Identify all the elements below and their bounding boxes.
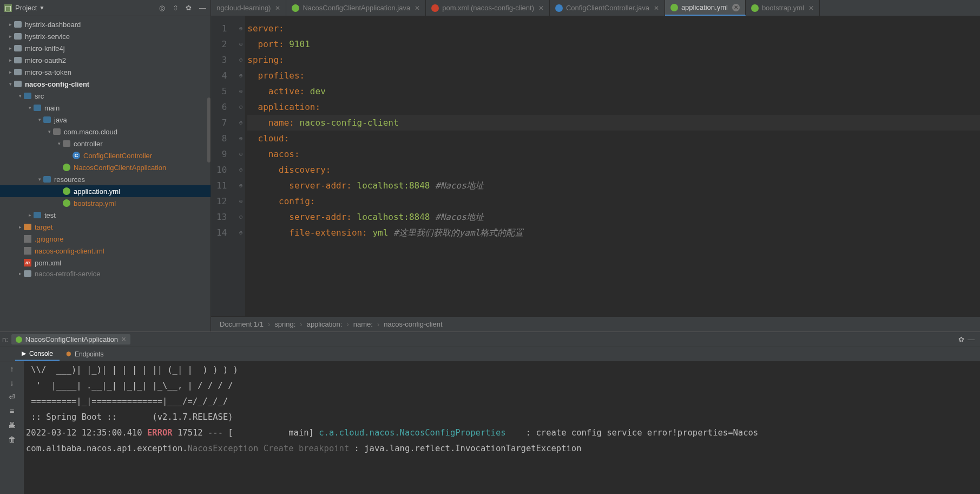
code-line[interactable]: port: 9101 <box>247 36 980 52</box>
close-icon[interactable]: ✕ <box>808 4 814 12</box>
code-line[interactable]: discovery: <box>247 162 980 178</box>
editor-tab[interactable]: pom.xml (nacos-config-client)✕ <box>426 0 550 16</box>
arrow-icon[interactable] <box>6 81 14 87</box>
run-config-chip[interactable]: NacosConfigClientApplication ✕ <box>11 334 130 344</box>
tree-item[interactable]: hystrix-service <box>0 30 211 42</box>
editor-tab[interactable]: bootstrap.yml✕ <box>746 0 820 16</box>
code-line[interactable]: name: nacos-config-client <box>247 115 980 131</box>
tree-item[interactable]: test <box>0 209 211 221</box>
arrow-icon[interactable] <box>36 177 43 182</box>
tree-label: nacos-config-client.iml <box>35 247 104 255</box>
code-line[interactable]: server: <box>247 21 980 36</box>
tree-item[interactable]: hystrix-dashboard <box>0 18 211 30</box>
down-icon[interactable]: ↓ <box>10 379 14 387</box>
tree-item[interactable]: target <box>0 221 211 233</box>
tree-item[interactable]: bootstrap.yml <box>0 197 211 209</box>
tree-item[interactable]: application.yml <box>0 185 211 197</box>
code-line[interactable]: spring: <box>247 52 980 68</box>
code-line[interactable]: nacos: <box>247 146 980 162</box>
editor-tab[interactable]: ConfigClientController.java✕ <box>550 0 665 16</box>
code-editor[interactable]: 1234567891011121314 ⊖⊖⊖⊖⊖⊖⊖⊖⊖⊖⊖⊖⊖⊖ serve… <box>211 16 980 316</box>
folder-icon <box>24 93 31 99</box>
project-tree[interactable]: hystrix-dashboardhystrix-servicemicro-kn… <box>0 16 211 332</box>
breadcrumb-item[interactable]: nacos-config-client <box>384 320 442 328</box>
tree-item[interactable]: resources <box>0 173 211 185</box>
tree-item[interactable]: NacosConfigClientApplication <box>0 161 211 173</box>
close-icon[interactable]: ✕ <box>732 4 740 11</box>
tree-item[interactable]: com.macro.cloud <box>0 126 211 138</box>
arrow-icon[interactable] <box>6 57 14 63</box>
settings-icon[interactable]: ✿ <box>186 4 192 12</box>
arrow-icon[interactable] <box>26 212 34 218</box>
locate-icon[interactable]: ◎ <box>159 4 165 12</box>
tab-endpoints[interactable]: ⬢Endpoints <box>60 347 110 361</box>
arrow-icon[interactable] <box>16 93 24 99</box>
up-icon[interactable]: ↑ <box>10 365 14 373</box>
tree-item[interactable]: java <box>0 114 211 126</box>
tree-item[interactable]: main <box>0 102 211 114</box>
code-line[interactable]: server-addr: localhost:8848 #Nacos地址 <box>247 178 980 193</box>
tree-item[interactable]: .gitignore <box>0 233 211 245</box>
tree-item-cutoff[interactable]: nacos-retrofit-service <box>35 270 100 278</box>
breadcrumb[interactable]: Document 1/1›spring:›application:›name:›… <box>211 316 980 332</box>
arrow-icon[interactable] <box>45 129 53 134</box>
scroll-icon[interactable]: ≡ <box>10 407 14 415</box>
breadcrumb-item[interactable]: Document 1/1 <box>220 320 264 328</box>
scrollbar[interactable] <box>207 98 211 162</box>
code-line[interactable]: profiles: <box>247 68 980 83</box>
file-icon <box>24 247 31 255</box>
close-icon[interactable]: ✕ <box>538 4 544 12</box>
arrow-icon[interactable] <box>26 105 34 110</box>
editor-tab[interactable]: application.yml✕ <box>665 0 746 16</box>
arrow-icon[interactable] <box>6 34 14 39</box>
minimize-icon[interactable]: — <box>968 335 975 343</box>
folder-icon <box>14 69 22 75</box>
code-line[interactable]: application: <box>247 99 980 115</box>
folder-icon <box>34 212 41 218</box>
tree-item[interactable]: mpom.xml <box>0 257 211 269</box>
breadcrumb-item[interactable]: spring: <box>274 320 295 328</box>
minimize-icon[interactable]: — <box>199 4 206 12</box>
tab-console[interactable]: ▶Console <box>15 347 60 361</box>
tree-item[interactable]: controller <box>0 138 211 150</box>
folder-icon <box>24 224 31 230</box>
close-icon[interactable]: ✕ <box>121 336 126 343</box>
close-icon[interactable]: ✕ <box>415 4 420 12</box>
code-line[interactable]: server-addr: localhost:8848 #Nacos地址 <box>247 209 980 225</box>
tree-item[interactable]: nacos-config-client <box>0 78 211 90</box>
expand-icon[interactable]: ⇳ <box>173 4 179 12</box>
trash-icon[interactable]: 🗑 <box>8 435 16 444</box>
tree-item[interactable]: micro-sa-token <box>0 66 211 78</box>
code-area[interactable]: server: port: 9101spring: profiles: acti… <box>245 16 980 316</box>
code-line[interactable]: config: <box>247 193 980 209</box>
arrow-icon[interactable] <box>16 224 24 230</box>
close-icon[interactable]: ✕ <box>654 4 659 12</box>
arrow-icon[interactable] <box>6 69 14 75</box>
breadcrumb-item[interactable]: application: <box>307 320 343 328</box>
project-tool-header[interactable]: Project ▼ ◎ ⇳ ✿ — <box>0 0 211 16</box>
console-output[interactable]: \\/ ___)| |_)| | | | | || (_| | ) ) ) ) … <box>24 361 980 494</box>
soft-wrap-icon[interactable]: ⏎ <box>9 393 15 401</box>
print-icon[interactable]: 🖶 <box>8 421 16 430</box>
arrow-icon[interactable] <box>6 22 14 27</box>
tree-label: main <box>44 104 60 112</box>
code-line[interactable]: cloud: <box>247 131 980 146</box>
editor-tab[interactable]: NacosConfigClientApplication.java✕ <box>286 0 426 16</box>
tree-item[interactable]: CConfigClientController <box>0 150 211 161</box>
tree-item[interactable]: micro-oauth2 <box>0 54 211 66</box>
close-icon[interactable]: ✕ <box>275 4 280 12</box>
arrow-icon[interactable] <box>6 46 14 51</box>
tree-item[interactable]: src <box>0 90 211 102</box>
tab-label: application.yml <box>681 3 728 11</box>
arrow-icon[interactable] <box>36 117 43 122</box>
arrow-icon[interactable] <box>55 141 63 146</box>
code-line[interactable]: active: dev <box>247 83 980 99</box>
chevron-down-icon[interactable]: ▼ <box>39 5 44 11</box>
gear-icon[interactable]: ✿ <box>958 335 964 343</box>
breadcrumb-item[interactable]: name: <box>353 320 373 328</box>
tree-item[interactable]: micro-knife4j <box>0 42 211 54</box>
tree-item[interactable]: nacos-config-client.iml <box>0 245 211 257</box>
editor-tab[interactable]: ngcloud-learning)✕ <box>211 0 286 16</box>
code-line[interactable]: file-extension: yml #这里我们获取的yaml格式的配置 <box>247 225 980 240</box>
fold-column[interactable]: ⊖⊖⊖⊖⊖⊖⊖⊖⊖⊖⊖⊖⊖⊖ <box>236 16 245 316</box>
